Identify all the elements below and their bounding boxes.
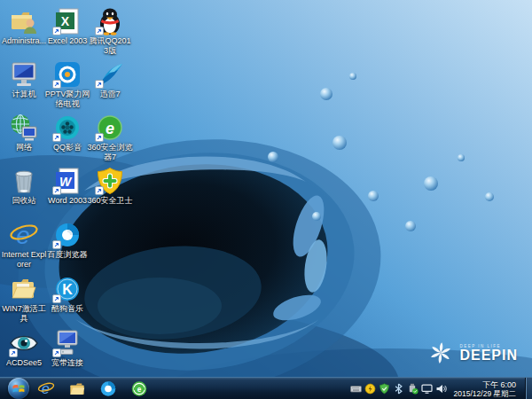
desktop-icon-label: 360安全浏览器7 [87, 143, 133, 162]
taskbar-360-browser[interactable]: e [130, 380, 148, 397]
word-icon: W [52, 167, 82, 195]
shortcut-arrow-icon [95, 133, 104, 142]
desktop: Administra... X Excel 2003 腾讯QQ2013版 计算机… [0, 0, 532, 399]
desktop-icon-label: QQ影音 [44, 143, 90, 153]
desktop-icon-pptv[interactable]: PPTV聚力网络电视 [44, 60, 90, 109]
desktop-icon-label: 计算机 [1, 90, 47, 99]
clock-time: 下午 6:00 [454, 380, 516, 389]
internet-explorer-icon: e [9, 221, 39, 249]
network-icon [9, 113, 39, 142]
360-safe-shield-icon [95, 167, 125, 195]
desktop-icon-acdsee5[interactable]: ACDSee5 [1, 329, 47, 368]
shortcut-arrow-icon [52, 294, 61, 303]
folder-icon [9, 275, 39, 303]
desktop-icon-label: 腾讯QQ2013版 [87, 36, 133, 56]
desktop-icon-broadband[interactable]: 宽带连接 [44, 329, 90, 368]
system-tray: 下午 6:00 2015/12/29 星期二 [350, 378, 526, 399]
show-desktop-button[interactable] [525, 378, 532, 399]
qq-player-icon [52, 113, 82, 142]
taskbar-baidu-browser[interactable] [99, 380, 117, 397]
display-icon[interactable] [421, 383, 433, 395]
taskbar-internet-explorer[interactable]: e [37, 380, 55, 397]
desktop-icon-excel-2003[interactable]: X Excel 2003 [44, 7, 90, 46]
shortcut-arrow-icon [52, 27, 61, 35]
taskbar: e e [0, 377, 532, 399]
desktop-icon-xunlei7[interactable]: 迅雷7 [87, 60, 133, 99]
desktop-icon-label: Word 2003 [44, 196, 90, 206]
desktop-icon-label: Administra... [1, 36, 47, 46]
desktop-icon-label: PPTV聚力网络电视 [44, 90, 90, 109]
svg-text:e: e [106, 120, 114, 137]
desktop-icon-internet-explorer[interactable]: e Internet Explorer [1, 221, 47, 270]
recycle-bin-icon [9, 167, 39, 195]
deepin-tagline: DEEP IN LIFE [459, 344, 518, 348]
clock-date: 2015/12/29 星期二 [454, 389, 516, 398]
desktop-icon-tencent-qq[interactable]: 腾讯QQ2013版 [87, 7, 133, 56]
desktop-icon-network[interactable]: 网络 [1, 113, 47, 153]
start-button[interactable] [8, 378, 29, 399]
desktop-icon-win7-activator[interactable]: WIN7激活工具 [1, 275, 47, 324]
desktop-icon-label: 迅雷7 [87, 90, 133, 99]
shortcut-arrow-icon [95, 186, 104, 195]
excel-icon: X [52, 7, 82, 35]
desktop-icon-label: Internet Explorer [1, 250, 47, 270]
network-status-icon[interactable] [407, 383, 419, 395]
acdsee-eye-icon [9, 329, 39, 357]
desktop-icon-label: 宽带连接 [44, 358, 90, 368]
360-accelerator-icon[interactable] [364, 383, 376, 395]
shortcut-arrow-icon [52, 80, 61, 89]
desktop-icon-360-safe[interactable]: 360安全卫士 [87, 167, 133, 206]
deepin-pinwheel-icon [427, 340, 454, 366]
kugou-icon: K [52, 275, 82, 303]
administrator-folder-icon [9, 7, 39, 35]
svg-text:X: X [61, 14, 70, 28]
bluetooth-icon[interactable] [393, 383, 404, 395]
desktop-icon-word-2003[interactable]: W Word 2003 [44, 167, 90, 206]
shortcut-arrow-icon [95, 80, 104, 89]
desktop-icon-360-browser[interactable]: e 360安全浏览器7 [87, 113, 133, 162]
deepin-brand: DEEPIN [459, 348, 518, 363]
xunlei-icon [95, 60, 125, 89]
deepin-logo: DEEP IN LIFE DEEPIN [427, 340, 518, 366]
shortcut-arrow-icon [95, 27, 104, 35]
desktop-icon-label: ACDSee5 [1, 358, 47, 368]
desktop-icon-computer[interactable]: 计算机 [1, 60, 47, 99]
shortcut-arrow-icon [52, 240, 61, 249]
input-keyboard-icon[interactable] [350, 383, 362, 395]
desktop-icon-label: 360安全卫士 [87, 196, 133, 206]
desktop-icon-label: WIN7激活工具 [1, 304, 47, 324]
shortcut-arrow-icon [52, 348, 61, 357]
desktop-icon-qq-player[interactable]: QQ影音 [44, 113, 90, 153]
desktop-icon-label: 网络 [1, 143, 47, 153]
desktop-icon-recycle-bin[interactable]: 回收站 [1, 167, 47, 206]
desktop-icon-label: 酷狗音乐 [44, 304, 90, 314]
desktop-icon-label: Excel 2003 [44, 36, 90, 46]
computer-icon [9, 60, 39, 89]
baidu-browser-icon [52, 221, 82, 249]
broadband-icon [52, 329, 82, 357]
svg-text:W: W [59, 175, 73, 189]
windows-flag-icon [12, 382, 26, 395]
taskbar-clock[interactable]: 下午 6:00 2015/12/29 星期二 [454, 380, 516, 398]
svg-text:e: e [137, 386, 142, 394]
shortcut-arrow-icon [9, 348, 18, 357]
taskbar-windows-explorer[interactable] [68, 380, 86, 397]
desktop-icon-label: 回收站 [1, 196, 47, 206]
desktop-icon-label: 百度浏览器 [44, 250, 90, 260]
qq-penguin-icon [95, 7, 125, 35]
360-browser-icon: e [95, 113, 125, 142]
shortcut-arrow-icon [52, 186, 61, 195]
desktop-icon-administrator[interactable]: Administra... [1, 7, 47, 46]
desktop-icon-baidu-browser[interactable]: 百度浏览器 [44, 221, 90, 260]
pptv-icon [52, 60, 82, 89]
shortcut-arrow-icon [52, 133, 61, 142]
svg-text:K: K [62, 282, 73, 297]
security-shield-icon[interactable] [379, 383, 390, 395]
desktop-icon-kugou-music[interactable]: K 酷狗音乐 [44, 275, 90, 314]
volume-icon[interactable] [435, 383, 447, 395]
